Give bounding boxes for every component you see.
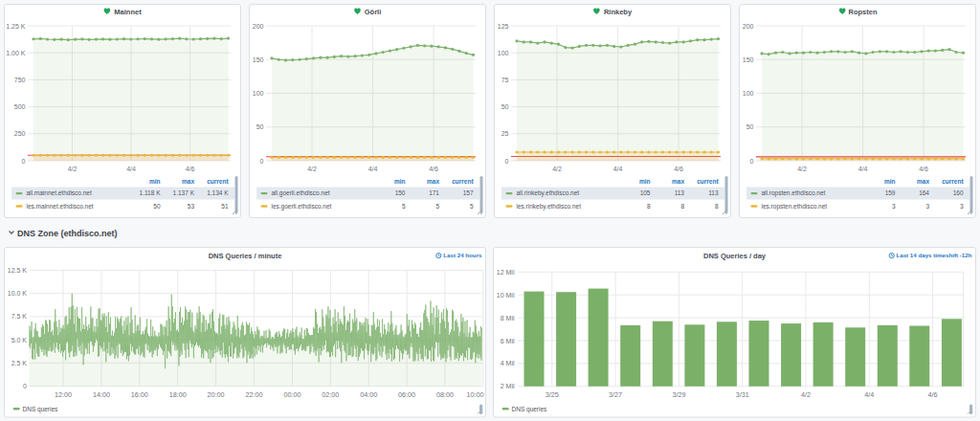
svg-text:53: 53 [188,203,195,210]
svg-text:113: 113 [675,189,685,196]
svg-text:DNS queries: DNS queries [512,406,548,413]
svg-text:0: 0 [22,158,26,165]
svg-text:113: 113 [708,189,719,196]
svg-text:current: current [942,178,964,185]
svg-text:3/25: 3/25 [546,390,559,399]
svg-text:4/6: 4/6 [674,166,683,172]
svg-text:5: 5 [402,203,406,210]
svg-text:25: 25 [501,130,509,137]
svg-text:200: 200 [743,23,754,30]
svg-text:les.goerli.ethdisco.net: les.goerli.ethdisco.net [272,203,332,210]
svg-text:250: 250 [14,130,26,137]
svg-text:16:00: 16:00 [131,390,148,399]
svg-text:max: max [427,178,439,185]
svg-text:14:00: 14:00 [93,390,110,399]
svg-text:4/6: 4/6 [919,166,928,172]
svg-text:4/4: 4/4 [864,390,874,399]
svg-text:8: 8 [647,203,651,210]
svg-text:00:00: 00:00 [283,390,301,399]
svg-text:3: 3 [960,203,964,210]
svg-text:10 Mil: 10 Mil [497,292,515,299]
svg-text:12 Mil: 12 Mil [497,269,515,276]
svg-text:04:00: 04:00 [360,390,377,399]
svg-text:18:00: 18:00 [169,390,187,399]
svg-text:les.ropsten.ethdisco.net: les.ropsten.ethdisco.net [762,203,828,210]
svg-text:max: max [917,178,929,185]
svg-text:4/2: 4/2 [68,166,78,172]
svg-text:6 Mil: 6 Mil [501,338,515,344]
svg-text:max: max [672,178,684,185]
svg-text:500: 500 [14,103,26,110]
svg-text:4/4: 4/4 [126,166,136,172]
svg-text:1.25 K: 1.25 K [6,23,26,30]
svg-text:1.137 K: 1.137 K [173,189,195,196]
svg-text:DNS queries: DNS queries [23,406,59,413]
svg-text:4/2: 4/2 [552,166,562,172]
svg-text:4/2: 4/2 [797,166,807,172]
svg-text:2.5 K: 2.5 K [11,360,28,366]
svg-text:DNS Queries / day: DNS Queries / day [703,252,767,260]
svg-text:150: 150 [253,56,264,63]
svg-text:5: 5 [435,203,439,210]
svg-text:Rinkeby: Rinkeby [604,8,633,16]
svg-text:all.goerli.ethdisco.net: all.goerli.ethdisco.net [272,189,330,197]
svg-text:02:00: 02:00 [322,390,339,399]
svg-text:159: 159 [885,189,896,196]
svg-text:all.mainnet.ethdisco.net: all.mainnet.ethdisco.net [27,189,92,196]
svg-text:160: 160 [953,189,964,196]
svg-text:Last 14 days timeshift -12h: Last 14 days timeshift -12h [896,252,971,258]
svg-text:Last 24 hours: Last 24 hours [443,252,482,258]
svg-text:06:00: 06:00 [398,390,415,399]
svg-text:0: 0 [750,158,754,165]
svg-text:3/27: 3/27 [609,390,622,399]
svg-text:10:00: 10:00 [466,390,483,399]
svg-text:75: 75 [501,77,509,83]
svg-text:1.00 K: 1.00 K [6,50,26,56]
svg-text:Mainnet: Mainnet [114,8,142,16]
svg-text:5.0 K: 5.0 K [11,337,28,343]
svg-text:7.5 K: 7.5 K [11,313,28,320]
svg-text:min: min [639,178,651,185]
svg-text:0: 0 [23,383,27,389]
svg-text:100: 100 [498,50,509,56]
svg-text:1.118 K: 1.118 K [140,189,162,196]
svg-text:50: 50 [256,123,264,130]
svg-text:all.ropsten.ethdisco.net: all.ropsten.ethdisco.net [762,189,826,197]
svg-text:4/2: 4/2 [801,390,811,399]
svg-text:08:00: 08:00 [436,390,454,399]
svg-text:0: 0 [260,158,264,165]
svg-text:current: current [207,178,229,185]
svg-text:DNS Zone (ethdisco.net): DNS Zone (ethdisco.net) [17,229,118,238]
svg-text:50: 50 [501,103,509,110]
svg-text:4/4: 4/4 [368,166,378,172]
svg-text:157: 157 [463,189,474,196]
svg-text:min: min [149,178,161,185]
svg-text:DNS Queries / minute: DNS Queries / minute [209,252,282,260]
svg-text:171: 171 [429,189,439,196]
svg-text:22:00: 22:00 [246,390,263,399]
svg-text:3: 3 [925,203,929,210]
svg-text:current: current [697,178,719,185]
svg-text:max: max [182,178,194,185]
svg-text:5: 5 [470,203,474,210]
svg-text:100: 100 [253,90,264,97]
svg-text:164: 164 [919,189,929,196]
svg-text:current: current [452,178,474,185]
svg-text:8: 8 [715,203,719,210]
svg-text:20:00: 20:00 [208,390,225,399]
svg-text:8 Mil: 8 Mil [501,315,515,321]
svg-text:Görli: Görli [365,8,382,16]
svg-text:4/6: 4/6 [186,166,195,172]
svg-text:150: 150 [395,189,406,196]
svg-text:3/31: 3/31 [736,390,749,399]
svg-text:200: 200 [253,23,264,30]
svg-text:125: 125 [498,23,509,30]
svg-text:105: 105 [640,189,651,196]
svg-text:51: 51 [221,203,229,210]
svg-text:4/6: 4/6 [429,166,438,172]
svg-text:3: 3 [892,203,896,210]
svg-text:50: 50 [153,203,161,210]
svg-text:3/29: 3/29 [672,390,685,399]
svg-text:10.0 K: 10.0 K [8,290,28,297]
svg-text:min: min [394,178,406,185]
